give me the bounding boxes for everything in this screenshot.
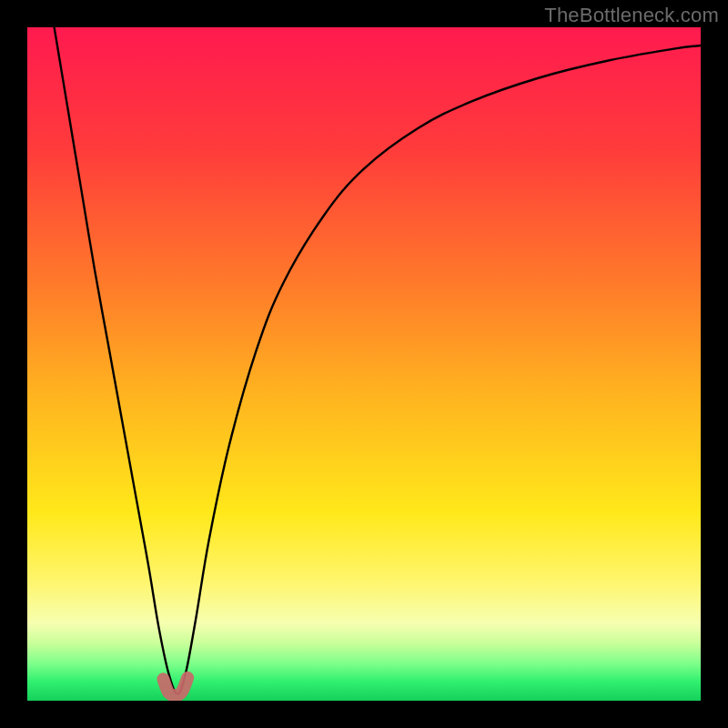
watermark-label: TheBottleneck.com [544,4,719,27]
curve-path [55,27,701,694]
optimal-range-marker [163,678,187,695]
chart-frame: TheBottleneck.com [0,0,728,728]
plot-area [27,27,701,701]
bottleneck-curve [27,27,701,701]
